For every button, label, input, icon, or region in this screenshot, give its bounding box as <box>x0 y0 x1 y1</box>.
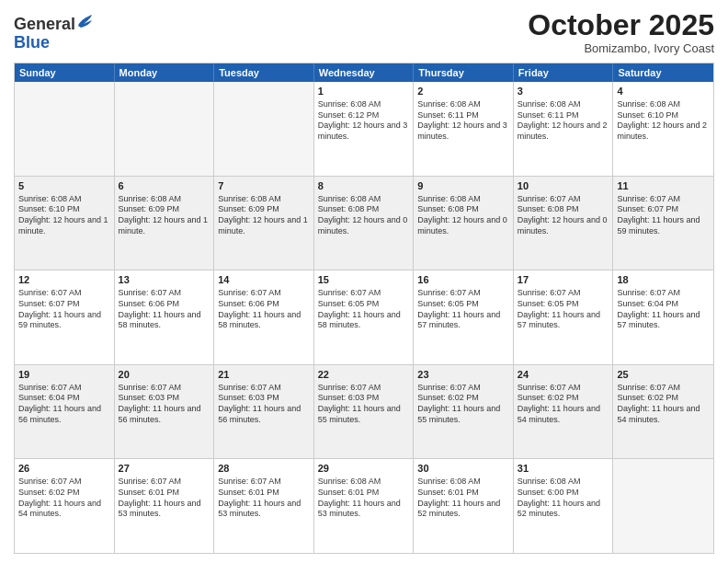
month-title: October 2025 <box>528 9 714 41</box>
day-number: 30 <box>417 462 509 476</box>
calendar-row-5: 26Sunrise: 6:07 AM Sunset: 6:02 PM Dayli… <box>15 459 713 553</box>
calendar-cell: 30Sunrise: 6:08 AM Sunset: 6:01 PM Dayli… <box>414 459 514 553</box>
logo: General Blue <box>14 13 94 52</box>
day-number: 26 <box>18 462 110 476</box>
day-number: 10 <box>518 179 609 193</box>
cell-info: Sunrise: 6:08 AM Sunset: 6:09 PM Dayligh… <box>119 194 210 237</box>
logo-general: General <box>14 15 75 33</box>
calendar-cell <box>613 459 713 553</box>
calendar-cell: 20Sunrise: 6:07 AM Sunset: 6:03 PM Dayli… <box>115 365 215 459</box>
calendar-row-2: 5Sunrise: 6:08 AM Sunset: 6:10 PM Daylig… <box>15 177 713 271</box>
calendar-cell: 19Sunrise: 6:07 AM Sunset: 6:04 PM Dayli… <box>15 365 115 459</box>
day-number: 7 <box>218 179 310 193</box>
calendar-cell: 18Sunrise: 6:07 AM Sunset: 6:04 PM Dayli… <box>613 270 713 364</box>
calendar-cell: 6Sunrise: 6:08 AM Sunset: 6:09 PM Daylig… <box>115 177 215 270</box>
day-number: 2 <box>417 85 509 98</box>
day-number: 16 <box>417 273 509 287</box>
cell-info: Sunrise: 6:07 AM Sunset: 6:02 PM Dayligh… <box>18 477 110 520</box>
day-number: 29 <box>318 462 410 476</box>
calendar-cell: 31Sunrise: 6:08 AM Sunset: 6:00 PM Dayli… <box>514 459 614 553</box>
location: Bomizambo, Ivory Coast <box>528 41 714 55</box>
calendar-cell: 28Sunrise: 6:07 AM Sunset: 6:01 PM Dayli… <box>214 459 314 553</box>
header: General Blue October 2025 Bomizambo, Ivo… <box>14 9 714 55</box>
day-number: 19 <box>18 368 110 382</box>
day-number: 23 <box>417 368 509 382</box>
calendar-cell: 27Sunrise: 6:07 AM Sunset: 6:01 PM Dayli… <box>115 459 215 553</box>
cell-info: Sunrise: 6:08 AM Sunset: 6:11 PM Dayligh… <box>518 99 609 143</box>
header-day-monday: Monday <box>115 63 215 82</box>
day-number: 9 <box>417 179 509 193</box>
calendar-cell: 15Sunrise: 6:07 AM Sunset: 6:05 PM Dayli… <box>314 270 415 364</box>
cell-info: Sunrise: 6:07 AM Sunset: 6:07 PM Dayligh… <box>18 288 110 331</box>
cell-info: Sunrise: 6:08 AM Sunset: 6:08 PM Dayligh… <box>318 194 410 237</box>
calendar-cell <box>214 82 314 176</box>
day-number: 22 <box>318 368 410 382</box>
calendar-row-4: 19Sunrise: 6:07 AM Sunset: 6:04 PM Dayli… <box>15 365 713 460</box>
logo-bird-icon <box>76 13 93 31</box>
cell-info: Sunrise: 6:08 AM Sunset: 6:10 PM Dayligh… <box>617 99 710 143</box>
calendar-cell: 22Sunrise: 6:07 AM Sunset: 6:03 PM Dayli… <box>314 365 415 459</box>
cell-info: Sunrise: 6:08 AM Sunset: 6:08 PM Dayligh… <box>417 194 509 237</box>
cell-info: Sunrise: 6:07 AM Sunset: 6:05 PM Dayligh… <box>318 288 410 331</box>
calendar-cell: 16Sunrise: 6:07 AM Sunset: 6:05 PM Dayli… <box>414 270 514 364</box>
day-number: 18 <box>617 273 710 287</box>
cell-info: Sunrise: 6:07 AM Sunset: 6:03 PM Dayligh… <box>218 383 310 426</box>
cell-info: Sunrise: 6:07 AM Sunset: 6:01 PM Dayligh… <box>119 477 210 520</box>
cell-info: Sunrise: 6:07 AM Sunset: 6:02 PM Dayligh… <box>617 383 710 426</box>
cell-info: Sunrise: 6:07 AM Sunset: 6:06 PM Dayligh… <box>119 288 210 331</box>
calendar-cell: 24Sunrise: 6:07 AM Sunset: 6:02 PM Dayli… <box>514 365 614 459</box>
day-number: 25 <box>617 368 710 382</box>
day-number: 24 <box>518 368 609 382</box>
header-day-wednesday: Wednesday <box>314 63 415 82</box>
cell-info: Sunrise: 6:08 AM Sunset: 6:00 PM Dayligh… <box>518 477 609 520</box>
day-number: 11 <box>617 179 710 193</box>
day-number: 5 <box>18 179 110 193</box>
title-block: October 2025 Bomizambo, Ivory Coast <box>528 9 714 55</box>
cell-info: Sunrise: 6:08 AM Sunset: 6:11 PM Dayligh… <box>417 99 509 143</box>
cell-info: Sunrise: 6:07 AM Sunset: 6:03 PM Dayligh… <box>119 383 210 426</box>
calendar-cell <box>115 82 215 176</box>
calendar-body: 1Sunrise: 6:08 AM Sunset: 6:12 PM Daylig… <box>15 82 713 553</box>
cell-info: Sunrise: 6:07 AM Sunset: 6:02 PM Dayligh… <box>518 383 609 426</box>
calendar-row-1: 1Sunrise: 6:08 AM Sunset: 6:12 PM Daylig… <box>15 82 713 177</box>
day-number: 14 <box>218 273 310 287</box>
header-day-tuesday: Tuesday <box>214 63 314 82</box>
day-number: 3 <box>518 85 609 98</box>
cell-info: Sunrise: 6:08 AM Sunset: 6:10 PM Dayligh… <box>18 194 110 237</box>
logo-text: General <box>14 13 94 34</box>
calendar: SundayMondayTuesdayWednesdayThursdayFrid… <box>14 63 714 554</box>
cell-info: Sunrise: 6:08 AM Sunset: 6:09 PM Dayligh… <box>218 194 310 237</box>
cell-info: Sunrise: 6:07 AM Sunset: 6:04 PM Dayligh… <box>617 288 710 331</box>
day-number: 6 <box>119 179 210 193</box>
calendar-cell: 9Sunrise: 6:08 AM Sunset: 6:08 PM Daylig… <box>414 177 514 270</box>
calendar-cell: 8Sunrise: 6:08 AM Sunset: 6:08 PM Daylig… <box>314 177 415 270</box>
header-day-friday: Friday <box>514 63 614 82</box>
calendar-cell <box>15 82 115 176</box>
cell-info: Sunrise: 6:07 AM Sunset: 6:04 PM Dayligh… <box>18 383 110 426</box>
calendar-cell: 7Sunrise: 6:08 AM Sunset: 6:09 PM Daylig… <box>214 177 314 270</box>
day-number: 1 <box>318 85 410 98</box>
cell-info: Sunrise: 6:07 AM Sunset: 6:01 PM Dayligh… <box>218 477 310 520</box>
cell-info: Sunrise: 6:08 AM Sunset: 6:01 PM Dayligh… <box>318 477 410 520</box>
calendar-row-3: 12Sunrise: 6:07 AM Sunset: 6:07 PM Dayli… <box>15 270 713 365</box>
logo-block: General Blue <box>14 13 94 52</box>
day-number: 27 <box>119 462 210 476</box>
day-number: 4 <box>617 85 710 98</box>
header-day-thursday: Thursday <box>414 63 514 82</box>
cell-info: Sunrise: 6:07 AM Sunset: 6:06 PM Dayligh… <box>218 288 310 331</box>
day-number: 13 <box>119 273 210 287</box>
day-number: 20 <box>119 368 210 382</box>
calendar-header: SundayMondayTuesdayWednesdayThursdayFrid… <box>15 63 713 82</box>
calendar-cell: 25Sunrise: 6:07 AM Sunset: 6:02 PM Dayli… <box>613 365 713 459</box>
calendar-cell: 29Sunrise: 6:08 AM Sunset: 6:01 PM Dayli… <box>314 459 415 553</box>
calendar-cell: 14Sunrise: 6:07 AM Sunset: 6:06 PM Dayli… <box>214 270 314 364</box>
calendar-cell: 1Sunrise: 6:08 AM Sunset: 6:12 PM Daylig… <box>314 82 415 176</box>
day-number: 12 <box>18 273 110 287</box>
calendar-cell: 23Sunrise: 6:07 AM Sunset: 6:02 PM Dayli… <box>414 365 514 459</box>
cell-info: Sunrise: 6:08 AM Sunset: 6:12 PM Dayligh… <box>318 99 410 143</box>
cell-info: Sunrise: 6:07 AM Sunset: 6:05 PM Dayligh… <box>518 288 609 331</box>
page: General Blue October 2025 Bomizambo, Ivo… <box>0 0 728 563</box>
cell-info: Sunrise: 6:07 AM Sunset: 6:07 PM Dayligh… <box>617 194 710 237</box>
calendar-cell: 3Sunrise: 6:08 AM Sunset: 6:11 PM Daylig… <box>514 82 614 176</box>
calendar-cell: 10Sunrise: 6:07 AM Sunset: 6:08 PM Dayli… <box>514 177 614 270</box>
